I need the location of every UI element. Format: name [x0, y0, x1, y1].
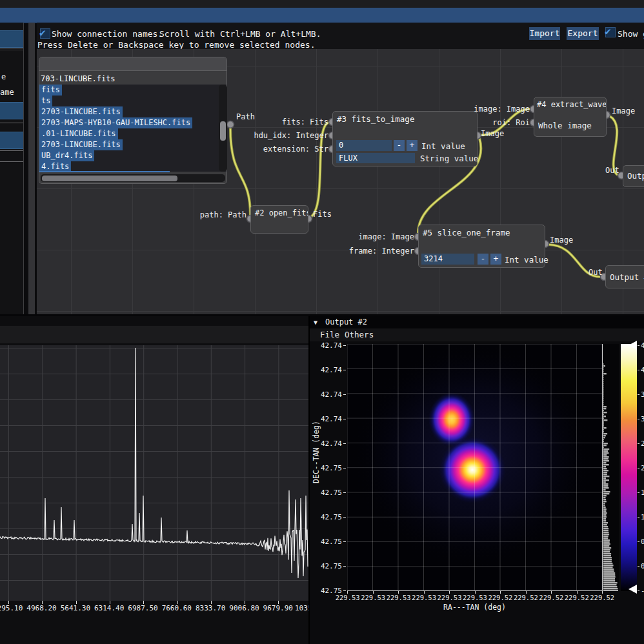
tick-mark [343, 345, 346, 346]
port-label-image-in: image: Image [343, 232, 414, 241]
node-fits-to-image[interactable]: #3 fits_to_image 0 - + Int value FLUX St… [332, 111, 478, 166]
collapse-arrow-icon[interactable]: ▼ [314, 316, 317, 328]
file-list-node[interactable]: 703-LINCUBE.fits fitsts2703-LINCUBE.fits… [39, 57, 227, 184]
increment-button[interactable]: + [490, 254, 501, 265]
tick-mark [343, 517, 346, 518]
spectrum-plot[interactable] [0, 345, 308, 601]
sky-image-plot[interactable] [347, 344, 602, 591]
output-2-header[interactable]: ▼ Output #2 [310, 316, 644, 328]
file-list-item[interactable]: 2703-MAPS-HYB10-GAU-MILESHC.fits [39, 117, 226, 128]
x-tick-label: 229.52 [539, 594, 564, 601]
x-tick-label: 229.53 [360, 594, 385, 601]
hdu-index-field[interactable]: 0 [336, 140, 392, 151]
file-list-item[interactable]: 2703-LINCUBE.fits [39, 139, 226, 150]
import-button[interactable]: Import [529, 27, 560, 40]
selection-underline [39, 171, 170, 172]
colorbar-tick-label: 2. [638, 439, 644, 447]
tick-mark [343, 370, 346, 370]
x-tick-label: 4968.20 [25, 604, 58, 612]
file-list-item[interactable]: .01-LINCUBE.fits [39, 128, 226, 139]
increment-button[interactable]: + [407, 140, 418, 151]
x-tick-label: 7660.60 [160, 604, 194, 612]
vertical-scrollbar[interactable] [219, 85, 227, 172]
y-tick-label: 42.75 [317, 464, 346, 472]
spectrum-panel-header [0, 316, 308, 326]
tick-mark [638, 345, 639, 346]
port-label-image-out: Image [550, 236, 573, 245]
colorbar-tick-label: 1. [638, 514, 644, 521]
tick-mark [638, 492, 639, 493]
x-tick-label: 229.52 [488, 594, 513, 601]
port-label-roi-in: roi: Roi [459, 118, 530, 127]
panel-divider[interactable] [308, 316, 310, 644]
file-list-item[interactable]: 4.fits [39, 161, 226, 172]
colorbar-tick-label: 4. [638, 341, 644, 349]
horizontal-scrollbar-thumb[interactable] [42, 176, 177, 181]
file-list[interactable]: fitsts2703-LINCUBE.fits2703-MAPS-HYB10-G… [39, 85, 226, 172]
x-tick-label: 229.52 [564, 594, 589, 601]
file-list-node-titlebar[interactable] [39, 57, 226, 71]
scroll-hint-label: Scroll with Ctrl+LMB or Alt+LMB. [159, 29, 321, 39]
left-sidebar: e ame [0, 23, 24, 314]
port-label-frame-in: frame: Integer [343, 247, 414, 256]
divider [0, 161, 23, 162]
tick-mark [638, 443, 639, 444]
x-axis-tick-labels: 229.53229.53229.53229.53229.53229.53229.… [335, 594, 615, 601]
string-value-caption: String value [420, 154, 478, 163]
tick-mark [638, 517, 639, 518]
node-slice-one-frame[interactable]: #5 slice_one_frame 3214 - + Int value [418, 225, 545, 268]
colorbar-min-slider-arrow-icon[interactable] [629, 585, 637, 594]
sidebar-label-fragment: e [1, 72, 6, 81]
node-output-2[interactable]: Output # [605, 265, 644, 288]
show-connection-names-checkbox[interactable]: ✔ [40, 28, 50, 39]
node-title: #2 open_fits [251, 206, 308, 220]
node-editor-canvas[interactable]: 703-LINCUBE.fits fitsts2703-LINCUBE.fits… [37, 49, 644, 314]
menu-others[interactable]: Others [345, 328, 374, 341]
horizontal-scrollbar[interactable] [41, 174, 225, 182]
x-tick-label: 10353.00 [295, 604, 308, 612]
colorbar[interactable] [621, 344, 637, 591]
file-list-item[interactable]: UB_dr4.fits [39, 150, 226, 161]
vertical-scrollbar-thumb[interactable] [220, 121, 226, 141]
value-histogram-strip [603, 344, 619, 591]
show-grid-checkbox[interactable]: ✔ [605, 27, 616, 37]
divider [0, 48, 23, 48]
x-tick-label: 9006.80 [227, 604, 261, 612]
node-extract-wave[interactable]: #4 extract_wave Whole image [534, 97, 607, 137]
spectrum-line-chart [0, 345, 308, 601]
node-output-1[interactable]: Outp [623, 165, 644, 187]
sidebar-button[interactable] [0, 102, 23, 119]
file-list-item[interactable]: 2703-LINCUBE.fits [39, 106, 226, 117]
colorbar-tick-labels: 4.4.3.3.2.2.1.1.0.0.-0. [638, 341, 644, 595]
window-title-bar[interactable] [0, 8, 644, 23]
colorbar-tick-label: -0. [638, 587, 644, 595]
y-tick-label: 42.74 [317, 366, 346, 374]
x-tick-label: 229.53 [335, 594, 360, 601]
port-label-out-in: Out [589, 268, 603, 277]
node-open-fits[interactable]: #2 open_fits [250, 205, 308, 234]
file-list-item[interactable]: fits [39, 85, 226, 96]
file-list-item[interactable]: ts [39, 96, 226, 106]
colorbar-max-slider-arrow-icon[interactable] [629, 341, 637, 350]
x-tick-label: 229.53 [411, 594, 436, 601]
node-title: #3 fits_to_image [333, 112, 477, 126]
export-button[interactable]: Export [567, 27, 599, 40]
divider [0, 123, 23, 123]
y-tick-label: 42.75 [317, 538, 346, 546]
node-title: Outp [623, 166, 644, 186]
sidebar-button[interactable] [0, 132, 23, 149]
decrement-button[interactable]: - [394, 140, 405, 151]
output-2-panel: ▼ Output #2 File Others DEC--TAN (deg) 4… [310, 316, 644, 644]
decrement-button[interactable]: - [478, 254, 488, 265]
menu-file[interactable]: File [320, 328, 339, 341]
sidebar-button[interactable] [0, 30, 23, 48]
colorbar-tick-label: 1. [638, 489, 644, 497]
x-tick-label: 229.53 [462, 594, 487, 601]
extension-field[interactable]: FLUX [336, 153, 415, 163]
port-label-fits-out: Fits [313, 210, 332, 219]
tick-mark [638, 590, 639, 591]
frame-number-field[interactable]: 3214 [421, 254, 474, 265]
x-tick-label: 4295.10 [0, 604, 25, 612]
int-value-caption: Int value [505, 255, 548, 265]
sidebar-splitter[interactable] [28, 23, 35, 314]
